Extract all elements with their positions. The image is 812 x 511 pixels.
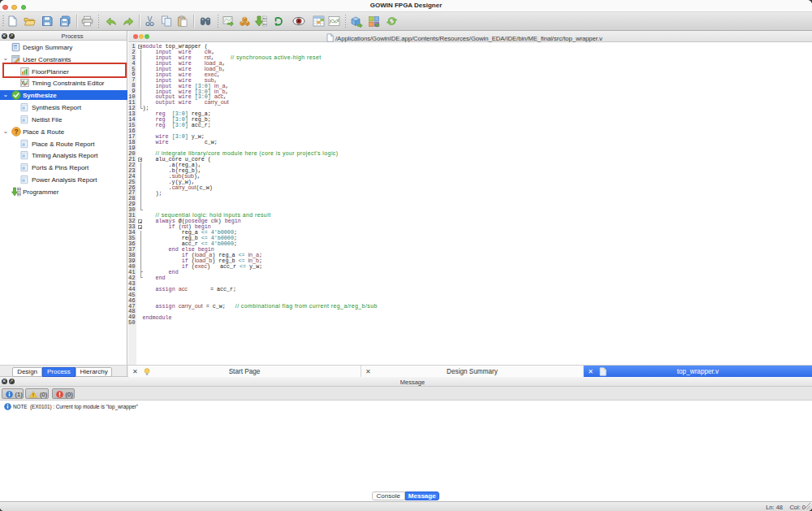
svg-text:01: 01 — [18, 193, 21, 196]
svg-text:01: 01 — [18, 188, 21, 191]
svg-text:?: ? — [14, 128, 18, 136]
svg-text:01: 01 — [263, 23, 267, 26]
svg-text:01: 01 — [263, 17, 267, 20]
